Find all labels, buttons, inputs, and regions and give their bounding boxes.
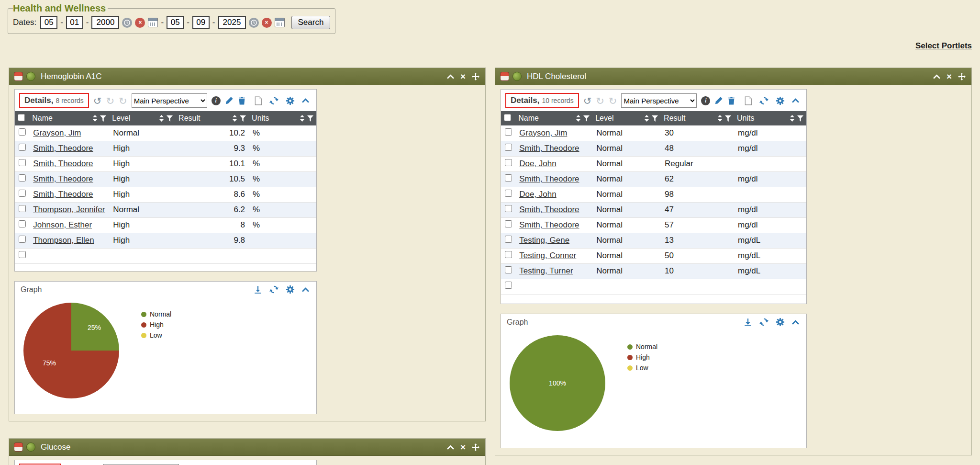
gear-icon[interactable] (776, 318, 785, 327)
patient-link[interactable]: Smith, Theodore (33, 190, 93, 199)
row-checkbox[interactable] (19, 128, 26, 136)
row-checkbox[interactable] (505, 190, 512, 197)
patient-link[interactable]: Johnson, Esther (33, 220, 92, 229)
column-header-units[interactable]: Units (249, 111, 316, 125)
collapse-icon[interactable] (933, 74, 940, 79)
row-checkbox[interactable] (19, 205, 26, 212)
from-calendar-icon[interactable] (148, 18, 158, 27)
delete-icon[interactable] (727, 96, 735, 105)
select-all-checkbox[interactable] (504, 114, 511, 121)
delete-icon[interactable] (238, 96, 246, 105)
info-icon[interactable]: i (701, 96, 710, 105)
undo-icon[interactable]: ↺ (93, 96, 102, 106)
row-checkbox[interactable] (19, 144, 26, 151)
close-icon[interactable]: × (460, 72, 466, 81)
to-clear-icon[interactable]: × (262, 18, 272, 28)
select-all-header[interactable] (501, 111, 515, 125)
gear-icon[interactable] (286, 285, 295, 294)
column-header-name[interactable]: Name (29, 111, 109, 125)
gear-icon[interactable] (286, 96, 295, 105)
patient-link[interactable]: Smith, Theodore (519, 174, 579, 183)
patient-link[interactable]: Doe, John (519, 190, 557, 199)
to-day-input[interactable] (192, 16, 210, 29)
collapse-panel-icon[interactable] (302, 98, 309, 103)
patient-link[interactable]: Smith, Theodore (519, 144, 579, 153)
row-checkbox[interactable] (505, 128, 512, 136)
collapse-icon[interactable] (447, 445, 454, 450)
patient-link[interactable]: Grayson, Jim (33, 128, 81, 137)
info-icon[interactable]: i (212, 96, 221, 105)
collapse-panel-icon[interactable] (792, 320, 799, 325)
column-header-result[interactable]: Result (661, 111, 734, 125)
from-month-input[interactable] (40, 16, 57, 29)
row-checkbox[interactable] (19, 220, 26, 227)
reset-icon[interactable]: ↻ (609, 96, 617, 106)
patient-link[interactable]: Testing, Gene (519, 236, 569, 245)
row-checkbox[interactable] (505, 282, 512, 289)
to-year-input[interactable] (218, 16, 246, 29)
select-portlets-link[interactable]: Select Portlets (915, 41, 972, 51)
collapse-panel-icon[interactable] (792, 98, 799, 103)
select-all-checkbox[interactable] (18, 114, 25, 121)
row-checkbox[interactable] (505, 220, 512, 227)
patient-link[interactable]: Thompson, Jennifer (33, 205, 105, 214)
row-checkbox[interactable] (19, 190, 26, 197)
perspective-select[interactable]: Main Perspective (132, 93, 207, 108)
row-checkbox[interactable] (505, 159, 512, 166)
patient-link[interactable]: Smith, Theodore (519, 205, 579, 214)
column-header-units[interactable]: Units (734, 111, 806, 125)
row-checkbox[interactable] (505, 266, 512, 273)
move-icon[interactable] (472, 73, 479, 80)
collapse-icon[interactable] (447, 74, 454, 79)
row-checkbox[interactable] (505, 205, 512, 212)
patient-link[interactable]: Smith, Theodore (33, 144, 93, 153)
edit-icon[interactable] (714, 96, 723, 105)
patient-link[interactable]: Grayson, Jim (519, 128, 567, 137)
patient-link[interactable]: Doe, John (519, 159, 557, 168)
move-icon[interactable] (472, 443, 479, 451)
redo-icon[interactable]: ↻ (106, 96, 114, 106)
refresh-icon[interactable] (759, 96, 768, 105)
move-icon[interactable] (958, 73, 966, 80)
row-checkbox[interactable] (505, 144, 512, 151)
from-clear-icon[interactable]: × (135, 18, 145, 28)
reset-icon[interactable]: ↻ (119, 96, 127, 106)
patient-link[interactable]: Smith, Theodore (519, 220, 579, 229)
refresh-icon[interactable] (759, 318, 768, 327)
column-header-name[interactable]: Name (515, 111, 592, 125)
from-clock-icon[interactable] (122, 18, 132, 28)
edit-icon[interactable] (225, 96, 234, 105)
row-checkbox[interactable] (505, 174, 512, 181)
new-record-icon[interactable] (255, 96, 262, 105)
column-header-result[interactable]: Result (176, 111, 249, 125)
row-checkbox[interactable] (505, 236, 512, 243)
row-checkbox[interactable] (19, 174, 26, 181)
undo-icon[interactable]: ↺ (583, 96, 592, 106)
download-icon[interactable] (254, 285, 262, 294)
column-header-level[interactable]: Level (592, 111, 661, 125)
patient-link[interactable]: Smith, Theodore (33, 174, 93, 183)
patient-link[interactable]: Thompson, Ellen (33, 236, 94, 245)
to-calendar-icon[interactable] (275, 18, 285, 27)
patient-link[interactable]: Smith, Theodore (33, 159, 93, 168)
row-checkbox[interactable] (19, 251, 26, 258)
from-day-input[interactable] (66, 16, 83, 29)
close-icon[interactable]: × (947, 72, 952, 81)
row-checkbox[interactable] (19, 236, 26, 243)
patient-link[interactable]: Testing, Turner (519, 266, 573, 275)
redo-icon[interactable]: ↻ (596, 96, 604, 106)
collapse-panel-icon[interactable] (302, 287, 309, 292)
row-checkbox[interactable] (505, 251, 512, 258)
to-month-input[interactable] (167, 16, 184, 29)
close-icon[interactable]: × (460, 442, 466, 452)
search-button[interactable]: Search (291, 16, 331, 29)
from-year-input[interactable] (91, 16, 119, 29)
download-icon[interactable] (744, 318, 752, 327)
gear-icon[interactable] (776, 96, 785, 105)
row-checkbox[interactable] (19, 159, 26, 166)
patient-link[interactable]: Testing, Conner (519, 251, 576, 260)
new-record-icon[interactable] (745, 96, 752, 105)
column-header-level[interactable]: Level (109, 111, 176, 125)
select-all-header[interactable] (15, 111, 29, 125)
refresh-icon[interactable] (269, 96, 278, 105)
